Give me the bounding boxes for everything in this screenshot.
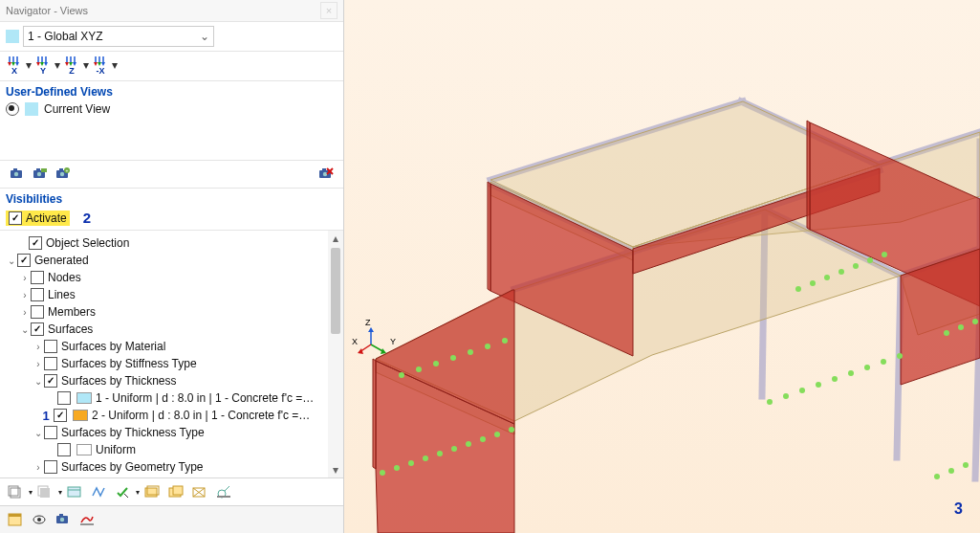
- svg-point-129: [963, 462, 969, 468]
- current-view-radio[interactable]: [6, 102, 19, 116]
- svg-point-119: [897, 353, 903, 359]
- edit-view-icon[interactable]: [29, 163, 52, 186]
- view-negx-drop-icon[interactable]: ▾: [111, 58, 119, 72]
- svg-point-127: [934, 474, 940, 479]
- svg-point-124: [853, 263, 859, 269]
- axis-toolbar: X ▾ Y ▾ Z ▾ -X ▾: [0, 52, 343, 81]
- view-z-button[interactable]: Z: [61, 54, 82, 77]
- model-viewport[interactable]: Z Y X 3: [344, 0, 980, 533]
- expand-icon[interactable]: ›: [33, 342, 44, 352]
- surf-thicktype-checkbox[interactable]: [44, 426, 57, 439]
- tool-9-icon[interactable]: [212, 480, 235, 503]
- uniform-checkbox[interactable]: [57, 443, 71, 456]
- tree-item-generated[interactable]: ⌄ Generated: [0, 252, 328, 269]
- chevron-down-icon: ⌄: [200, 30, 209, 43]
- svg-point-132: [944, 330, 949, 336]
- tree-item-members[interactable]: › Members: [0, 303, 328, 321]
- scroll-up-icon[interactable]: ▴: [328, 231, 343, 246]
- current-view-row[interactable]: Current View: [0, 100, 343, 120]
- view-negx-button[interactable]: -X: [90, 54, 111, 77]
- tab-results-icon[interactable]: [76, 508, 98, 531]
- thickness-2-swatch: [73, 410, 88, 421]
- lines-checkbox[interactable]: [31, 288, 44, 301]
- svg-marker-86: [488, 182, 490, 291]
- activate-label: Activate: [26, 211, 67, 225]
- tab-display-icon[interactable]: [28, 508, 51, 531]
- view-x-drop-icon[interactable]: ▾: [25, 58, 33, 72]
- surf-stiff-checkbox[interactable]: [44, 357, 57, 370]
- visibility-tree[interactable]: Object Selection ⌄ Generated › Nodes › L…: [0, 231, 328, 477]
- tree-item-nodes[interactable]: › Nodes: [0, 269, 328, 286]
- tree-item-surfaces[interactable]: ⌄ Surfaces: [0, 321, 328, 338]
- tree-scrollbar[interactable]: ▴ ▾: [328, 231, 343, 477]
- svg-point-95: [394, 465, 400, 471]
- tool-3-icon[interactable]: [63, 480, 86, 503]
- scroll-down-icon[interactable]: ▾: [328, 462, 343, 477]
- expand-icon[interactable]: ›: [19, 307, 31, 318]
- thick2-checkbox[interactable]: [54, 409, 67, 422]
- tab-views-icon[interactable]: [52, 508, 75, 531]
- tool-4-icon[interactable]: [87, 480, 110, 503]
- svg-point-103: [509, 427, 514, 433]
- expand-icon[interactable]: ›: [19, 273, 31, 283]
- tool-8-icon[interactable]: [188, 480, 211, 503]
- tool-7-icon[interactable]: [164, 480, 187, 503]
- svg-marker-13: [65, 62, 69, 66]
- collapse-icon[interactable]: ⌄: [19, 324, 31, 335]
- nodes-checkbox[interactable]: [31, 271, 44, 284]
- tab-data-icon[interactable]: [4, 508, 27, 531]
- collapse-icon[interactable]: ⌄: [33, 376, 44, 387]
- tree-item-surfaces-by-thickness[interactable]: ⌄ Surfaces by Thickness: [0, 372, 328, 389]
- delete-view-icon[interactable]: [315, 163, 338, 186]
- members-checkbox[interactable]: [31, 305, 44, 319]
- tree-item-surfaces-by-stiffness[interactable]: › Surfaces by Stiffness Type: [0, 355, 328, 372]
- navigator-tabs: [0, 505, 343, 533]
- svg-line-47: [124, 494, 128, 498]
- surfaces-checkbox[interactable]: [31, 322, 44, 336]
- svg-point-98: [437, 451, 443, 456]
- view-x-button[interactable]: X: [4, 54, 25, 77]
- surf-geom-checkbox[interactable]: [44, 460, 57, 474]
- expand-icon[interactable]: ⌄: [6, 255, 17, 266]
- svg-point-122: [824, 275, 830, 280]
- tree-item-surfaces-by-thickness-type[interactable]: ⌄ Surfaces by Thickness Type: [0, 424, 328, 441]
- svg-point-131: [958, 324, 964, 330]
- thick1-checkbox[interactable]: [57, 391, 71, 405]
- tool-6-icon[interactable]: [141, 480, 163, 503]
- expand-icon[interactable]: ›: [19, 290, 31, 300]
- generated-checkbox[interactable]: [17, 254, 31, 267]
- expand-icon[interactable]: ›: [33, 462, 44, 473]
- tool-5-icon[interactable]: [111, 480, 134, 503]
- view-z-drop-icon[interactable]: ▾: [82, 58, 90, 72]
- svg-rect-30: [41, 168, 47, 172]
- current-view-swatch: [25, 102, 38, 116]
- scroll-thumb[interactable]: [331, 248, 340, 334]
- add-view-icon[interactable]: +: [52, 163, 75, 186]
- save-view-icon[interactable]: [6, 163, 29, 186]
- tool-2-icon[interactable]: [33, 480, 56, 503]
- tree-item-lines[interactable]: › Lines: [0, 286, 328, 303]
- svg-rect-63: [59, 514, 63, 517]
- expand-icon[interactable]: ›: [33, 359, 44, 369]
- svg-rect-28: [36, 168, 40, 171]
- svg-point-115: [832, 376, 838, 382]
- tree-item-surfaces-by-geometry[interactable]: › Surfaces by Geometry Type: [0, 458, 328, 476]
- view-y-button[interactable]: Y: [33, 54, 54, 77]
- collapse-icon[interactable]: ⌄: [33, 428, 44, 438]
- surf-thick-checkbox[interactable]: [44, 374, 57, 388]
- surf-material-checkbox[interactable]: [44, 340, 57, 353]
- axis-system-value: 1 - Global XYZ: [28, 30, 103, 43]
- object-selection-checkbox[interactable]: [29, 236, 42, 250]
- tree-item-thickness-2[interactable]: 1 2 - Uniform | d : 8.0 in | 1 - Concret…: [0, 407, 328, 424]
- svg-point-94: [380, 470, 385, 476]
- axis-system-dropdown[interactable]: 1 - Global XYZ ⌄: [23, 26, 214, 47]
- tree-item-surfaces-by-material[interactable]: › Surfaces by Material: [0, 338, 328, 355]
- tool-1-icon[interactable]: [4, 480, 27, 503]
- tree-item-thickness-1[interactable]: 1 - Uniform | d : 8.0 in | 1 - Concrete …: [0, 389, 328, 407]
- tree-item-uniform[interactable]: Uniform: [0, 441, 328, 458]
- tree-item-object-selection[interactable]: Object Selection: [0, 234, 328, 252]
- activate-checkbox[interactable]: [9, 211, 22, 225]
- close-icon[interactable]: ×: [320, 2, 338, 19]
- view-y-drop-icon[interactable]: ▾: [54, 58, 61, 72]
- svg-rect-45: [68, 487, 80, 497]
